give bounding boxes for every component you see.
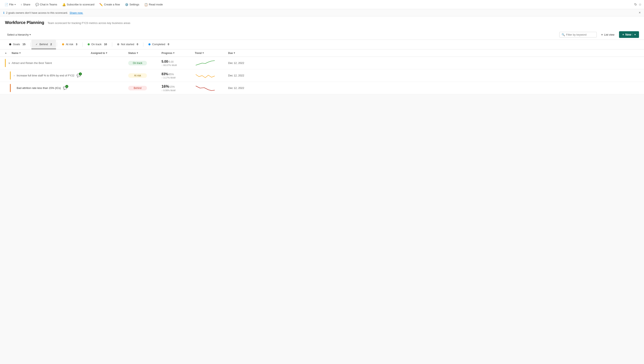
at-risk-count: 3 (76, 43, 77, 46)
row-1-progress-target: /5.00 (168, 60, 174, 63)
col-assigned-label: Assigned to (91, 52, 105, 55)
status-filter-goals[interactable]: Goals 15 (5, 40, 30, 49)
star-icon[interactable]: ☆ (638, 3, 642, 7)
banner-message: 2 goals owners don't have access to this… (6, 11, 68, 14)
row-3-badge-count: 2 (65, 85, 68, 88)
row-left-border (10, 84, 10, 92)
row-2-expand-btn[interactable]: › (12, 73, 17, 78)
row-3-progress-value: 16% (162, 84, 169, 89)
not-started-dot (117, 43, 119, 45)
row-3-name: Bad attrition rate less than 15% (ICs) (17, 86, 61, 90)
toolbar-chat-label: Chat in Teams (40, 3, 57, 6)
new-button[interactable]: + New ▾ (619, 31, 639, 38)
col-header-due[interactable]: Due ▾ (228, 52, 639, 55)
readmode-icon: 📋 (144, 3, 148, 6)
status-divider-5 (143, 43, 144, 47)
row-2-badge-count: 1 (79, 73, 82, 75)
status-bar: Goals 15 ✓ Behind 2 At risk 3 On track 1… (0, 40, 644, 49)
behind-count: 2 (50, 43, 52, 46)
col-header-assigned[interactable]: Assigned to ▾ (91, 52, 128, 55)
list-view-icon: ≡ (601, 33, 603, 36)
hierarchy-select-label: Select a hierarchy (7, 33, 29, 36)
row-3-due: Dec 12, 2022 (228, 86, 639, 90)
col-header-progress[interactable]: Progress ▾ (162, 52, 195, 55)
row-left-border (10, 72, 10, 80)
page-subtitle: Team scorecard for tracking FY23 metrics… (48, 22, 130, 25)
table-row: Bad attrition rate less than 15% (ICs) 💬… (0, 82, 644, 94)
search-input[interactable] (566, 33, 595, 36)
row-2-comment-badge[interactable]: 💬 1 (76, 73, 82, 78)
row-3-progress: 16%/15% ↑ 9.99% MoM (162, 84, 195, 92)
toolbar-file-label: File (9, 3, 14, 6)
banner-link[interactable]: Share now. (70, 11, 83, 14)
row-2-progress-target: /85% (168, 73, 174, 76)
status-filter-not-started[interactable]: Not started 0 (113, 40, 142, 49)
search-icon: 🔍 (562, 33, 565, 36)
toolbar-file[interactable]: 📄 File ▾ (2, 2, 18, 8)
behind-check-icon: ✓ (36, 43, 38, 46)
toolbar-flow[interactable]: ✏️ Create a flow (97, 2, 122, 8)
row-2-status: At risk (128, 73, 162, 78)
toolbar-chat[interactable]: 💬 Chat in Teams (33, 2, 59, 8)
col-progress-label: Progress (162, 52, 172, 55)
banner-close[interactable]: × (639, 11, 641, 15)
row-1-progress-value: 5.00 (162, 60, 168, 63)
row-3-name-cell: Bad attrition rate less than 15% (ICs) 💬… (17, 86, 91, 90)
settings-icon: ⚙️ (125, 3, 128, 6)
on-track-label: On track (92, 43, 102, 46)
toolbar-flow-label: Create a flow (104, 3, 120, 6)
col-header-status[interactable]: Status ▾ (128, 52, 162, 55)
file-icon: 📄 (4, 3, 8, 6)
toolbar-settings[interactable]: ⚙️ Settings (123, 2, 141, 8)
row-1-name: Attract and Retain the Best Talent (12, 62, 52, 65)
col-status-sort-icon: ▾ (137, 52, 138, 54)
status-filter-behind[interactable]: ✓ Behind 2 (32, 40, 56, 49)
row-1-expand[interactable]: ∨ (5, 61, 12, 66)
row-2-due: Dec 12, 2022 (228, 74, 639, 77)
status-filter-completed[interactable]: Completed 0 (144, 40, 174, 49)
controls-row: Select a hierarchy ▾ 🔍 ≡ List view + New… (0, 30, 644, 40)
filter-input-wrapper: 🔍 (559, 32, 597, 38)
toolbar-subscribe[interactable]: 🔔 Subscribe to scorecard (60, 2, 96, 8)
row-2-name: Increase full time staff % to 85% by end… (17, 74, 74, 77)
hierarchy-select[interactable]: Select a hierarchy ▾ (5, 32, 33, 38)
toolbar-readmode[interactable]: 📋 Read mode (142, 2, 165, 8)
row-1-due: Dec 12, 2022 (228, 62, 639, 65)
page-title: Workforce Planning (5, 20, 44, 25)
col-header-trend[interactable]: Trend ▾ (195, 52, 228, 55)
info-banner: ℹ 2 goals owners don't have access to th… (0, 9, 644, 17)
expand-all-icon[interactable]: » (5, 52, 6, 55)
col-status-label: Status (128, 52, 136, 55)
not-started-label: Not started (121, 43, 134, 46)
refresh-icon[interactable]: ↻ (634, 3, 637, 7)
row-3-comment-badge[interactable]: 💬 2 (62, 86, 68, 90)
col-header-name[interactable]: Name ▾ (12, 52, 91, 55)
hierarchy-chevron-icon: ▾ (30, 33, 31, 36)
status-filter-on-track[interactable]: On track 10 (84, 40, 111, 49)
completed-dot (148, 43, 150, 45)
completed-count: 0 (168, 43, 169, 46)
file-dropdown-icon: ▾ (14, 3, 16, 6)
table-body: ∨ Attract and Retain the Best Talent On … (0, 57, 644, 94)
not-started-count: 0 (137, 43, 138, 46)
row-2-status-pill: At risk (128, 73, 147, 78)
row-1-status-pill: On track (128, 61, 147, 65)
chat-icon: 💬 (36, 3, 39, 6)
col-expand-spacer: » (5, 52, 12, 55)
row-2-expand[interactable]: › (10, 73, 17, 78)
goals-label: Goals (13, 43, 20, 46)
row-1-expand-btn[interactable]: ∨ (7, 61, 12, 66)
new-button-plus-icon: + (622, 33, 624, 36)
toolbar-share[interactable]: ↑ Share (18, 2, 32, 8)
toolbar-subscribe-label: Subscribe to scorecard (67, 3, 94, 6)
list-view-label: List view (604, 33, 614, 36)
status-filter-at-risk[interactable]: At risk 3 (58, 40, 82, 49)
new-button-chevron-icon: ▾ (632, 33, 636, 36)
toolbar-share-label: Share (23, 3, 30, 6)
toolbar-readmode-label: Read mode (149, 3, 163, 6)
table-row: › Increase full time staff % to 85% by e… (0, 69, 644, 82)
new-button-label: New (625, 33, 631, 36)
behind-label: Behind (39, 43, 48, 46)
list-view-button[interactable]: ≡ List view (599, 32, 616, 38)
row-3-status: Behind (128, 86, 162, 90)
